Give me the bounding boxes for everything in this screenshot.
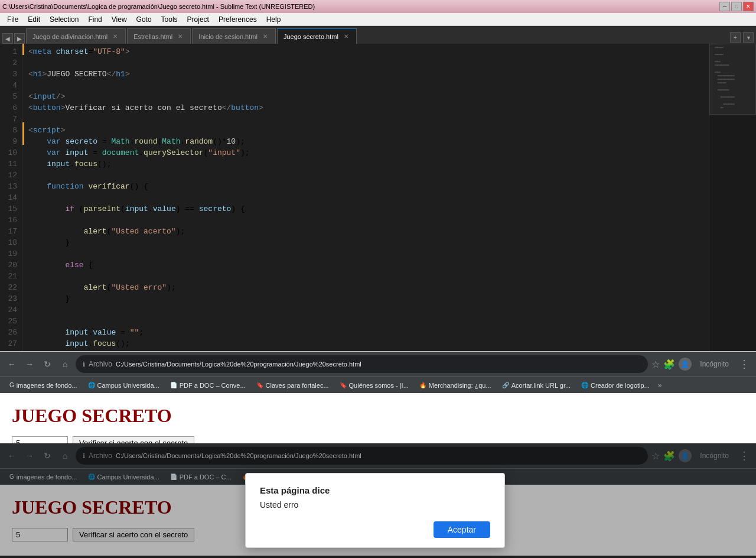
tab-juego-secreto[interactable]: Juego secreto.html ✕: [277, 28, 357, 44]
address-bar-1[interactable]: ℹ Archivo C:/Users/Cristina/Documents/Lo…: [76, 355, 648, 373]
bookmark-pdf-icon-1: 📄: [170, 382, 177, 388]
bookmark-quienes-1[interactable]: 🔖 Quiénes somos - |I...: [335, 381, 413, 390]
dialog-accept-button[interactable]: Aceptar: [434, 521, 490, 538]
menu-project[interactable]: Project: [183, 14, 214, 25]
menu-help[interactable]: Help: [262, 14, 286, 25]
tab-juego-adivinacion[interactable]: Juego de adivinacion.html ✕: [26, 28, 126, 44]
code-line-21: [28, 271, 709, 282]
tab-prev-button[interactable]: ◀: [2, 33, 13, 44]
bookmark-claves-label-1: Claves para fortalec...: [266, 382, 329, 389]
bookmark-claves-1[interactable]: 🔖 Claves para fortalec...: [252, 381, 334, 390]
browser-refresh-1[interactable]: ↻: [40, 357, 54, 371]
ext-icon-1[interactable]: 👤: [679, 358, 692, 371]
code-line-19: [28, 248, 709, 259]
browser-home-1[interactable]: ⌂: [58, 357, 72, 371]
bookmarks-bar-1: G imagenes de fondo... 🌐 Campus Universi…: [0, 377, 756, 393]
code-line-8: <script>: [28, 125, 709, 136]
bookmarks-more-1[interactable]: »: [658, 381, 662, 390]
browser-back-1[interactable]: ←: [5, 357, 19, 371]
bookmark-claves-icon-1: 🔖: [256, 382, 263, 388]
line-numbers: 12345 678910 1112131415 1617181920 21222…: [0, 44, 22, 351]
menu-view[interactable]: View: [107, 14, 132, 25]
bookmark-google-1[interactable]: G imagenes de fondo...: [5, 381, 82, 390]
menu-goto[interactable]: Goto: [132, 14, 157, 25]
code-line-20: else {: [28, 259, 709, 271]
browser-forward-1[interactable]: →: [22, 357, 37, 371]
bookmark-google-label-1: imagenes de fondo...: [17, 382, 77, 389]
code-line-11: input.focus();: [28, 158, 709, 170]
code-line-16: [28, 215, 709, 226]
tab-next-button[interactable]: ▶: [14, 33, 25, 44]
title-bar-text: C:\Users\Cristina\Documents\Logica de pr…: [2, 3, 315, 10]
bookmark-pdf-1[interactable]: 📄 PDF a DOC – Conve...: [165, 381, 250, 390]
code-line-15: if (parseInt(input.value) == secreto) {: [28, 203, 709, 215]
browser-window-2: ← → ↻ ⌂ ℹ Archivo C:/Users/Cristina/Docu…: [0, 443, 756, 556]
menu-find[interactable]: Find: [83, 14, 106, 25]
tab-estrellas[interactable]: Estrellas.html ✕: [127, 28, 191, 44]
minimize-button[interactable]: ─: [719, 2, 730, 11]
bookmark-merch-1[interactable]: 🔥 Merchandising: ¿qu...: [415, 381, 496, 390]
code-line-24: [28, 304, 709, 316]
code-line-25: [28, 316, 709, 327]
tab-bar: ◀ ▶ Juego de adivinacion.html ✕ Estrella…: [0, 26, 756, 44]
browser-menu-1[interactable]: ⋮: [737, 357, 751, 371]
code-line-2: [28, 57, 709, 69]
bookmark-quienes-icon-1: 🔖: [340, 382, 347, 388]
code-line-18: }: [28, 237, 709, 248]
code-line-22: alert("Usted erro");: [28, 282, 709, 293]
code-line-5: <input/>: [28, 91, 709, 102]
bookmark-creador-label-1: Creador de logotip...: [591, 382, 650, 389]
bookmark-campus-label-1: Campus Universida...: [97, 382, 159, 389]
tab-close-4[interactable]: ✕: [342, 33, 350, 41]
bookmark-google-icon-1: G: [9, 382, 14, 388]
code-editor[interactable]: 12345 678910 1112131415 1617181920 21222…: [0, 44, 756, 351]
maximize-button[interactable]: □: [731, 2, 742, 11]
bookmark-creador-icon-1: 🌐: [581, 382, 588, 388]
bookmark-acortar-1[interactable]: 🔗 Acortar.link URL gr...: [497, 381, 575, 390]
code-line-17: alert("Usted acerto");: [28, 226, 709, 237]
tab-close-1[interactable]: ✕: [111, 33, 119, 41]
bookmark-campus-1[interactable]: 🌐 Campus Universida...: [83, 381, 164, 390]
tab-bar-end: + ▾: [730, 32, 754, 44]
menu-selection[interactable]: Selection: [45, 14, 83, 25]
code-content[interactable]: <meta charset="UTF-8"> <h1>JUEGO SECRETO…: [22, 44, 709, 351]
tab-close-2[interactable]: ✕: [176, 33, 184, 41]
close-button[interactable]: ✕: [743, 2, 754, 11]
minimap-viewport: [709, 44, 756, 115]
browser-window-1: ← → ↻ ⌂ ℹ Archivo C:/Users/Cristina/Docu…: [0, 351, 756, 443]
bookmark-pdf-label-1: PDF a DOC – Conve...: [180, 382, 246, 389]
page-content-1: JUEGO SECRETO Verificar si acerto con el…: [0, 393, 756, 443]
bookmark-star-1[interactable]: ☆: [651, 359, 660, 370]
dialog-footer: Aceptar: [260, 521, 490, 538]
tab-close-3[interactable]: ✕: [261, 33, 269, 41]
code-line-14: [28, 192, 709, 203]
protocol-1: Archivo: [89, 360, 112, 368]
menu-preferences[interactable]: Preferences: [214, 14, 262, 25]
bookmark-quienes-label-1: Quiénes somos - |I...: [349, 382, 409, 389]
code-line-13: function verificar() {: [28, 181, 709, 192]
code-line-6: <button>Verificar si acerto con el secre…: [28, 102, 709, 113]
menu-file[interactable]: File: [2, 14, 23, 25]
ext-puzzle-1[interactable]: 🧩: [663, 359, 675, 370]
tab-list-button[interactable]: ▾: [743, 32, 754, 43]
code-line-23: }: [28, 293, 709, 304]
code-line-3: <h1>JUEGO SECRETO</h1>: [28, 69, 709, 80]
tab-add-button[interactable]: +: [730, 32, 741, 43]
dialog-title: Esta página dice: [260, 485, 490, 495]
alert-dialog: Esta página dice Usted erro Aceptar: [245, 473, 505, 548]
bookmark-merch-icon-1: 🔥: [419, 382, 426, 388]
menu-tools[interactable]: Tools: [157, 14, 183, 25]
tab-inicio-sesion[interactable]: Inicio de sesion.html ✕: [192, 28, 276, 44]
bookmark-campus-icon-1: 🌐: [88, 382, 95, 388]
page-title-1: JUEGO SECRETO: [12, 405, 744, 427]
code-line-4: [28, 80, 709, 91]
code-line-7: [28, 113, 709, 125]
browser-chrome-1: ← → ↻ ⌂ ℹ Archivo C:/Users/Cristina/Docu…: [0, 352, 756, 377]
menu-bar: File Edit Selection Find View Goto Tools…: [0, 13, 756, 26]
bookmark-merch-label-1: Merchandising: ¿qu...: [429, 382, 491, 389]
menu-edit[interactable]: Edit: [23, 14, 45, 25]
bookmark-creador-1[interactable]: 🌐 Creador de logotip...: [576, 381, 654, 390]
bookmark-acortar-icon-1: 🔗: [502, 382, 509, 388]
incognito-btn-1[interactable]: Incógnito: [695, 358, 734, 371]
dialog-message: Usted erro: [260, 500, 490, 510]
